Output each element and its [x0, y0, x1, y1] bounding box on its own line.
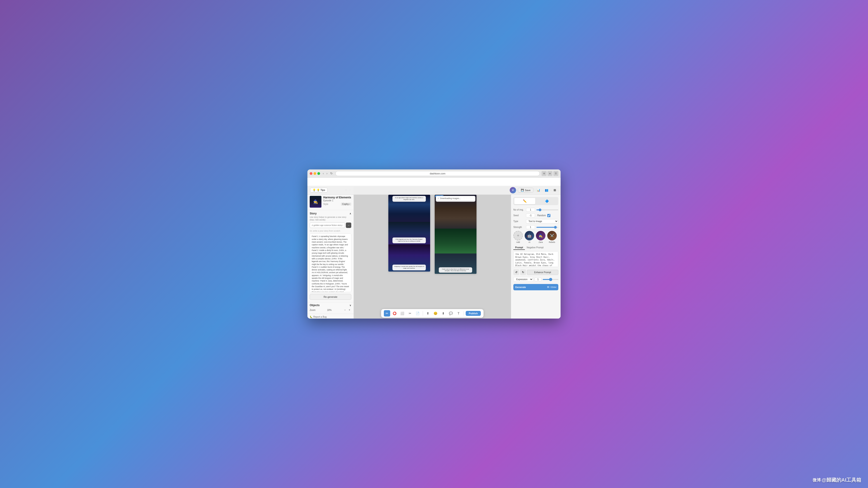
style-label: Style: [323, 203, 328, 205]
zara-character-avatar: 🧙‍♀️: [536, 231, 546, 240]
left-sidebar: ← Back ⊟ ⋯ 🧙 Harmony of Elements Episode…: [307, 187, 354, 319]
type-label: Type: [513, 220, 525, 223]
tips-label: 💡 Tips: [317, 189, 325, 192]
circle-tool-button[interactable]: ⭕: [392, 310, 398, 317]
canvas-area[interactable]: Page 1 In an age where magic and machine…: [354, 187, 511, 319]
watermark-text: @歸藏的AI工具箱: [822, 477, 861, 484]
back-nav-button[interactable]: ‹: [322, 171, 324, 175]
no-img-row: No of img. 1: [513, 208, 558, 212]
draw-tool-icon-button[interactable]: ✏️: [514, 198, 535, 204]
right-panel: Generate Edit Live History Settings ✏️ 🔷: [511, 187, 561, 319]
pages-container: Page 1 In an age where magic and machine…: [354, 187, 511, 278]
panel-1-1-speech: In an age where magic and machine coexis…: [395, 197, 423, 200]
enhance-prompt-button[interactable]: Enhance Prompt: [527, 270, 558, 275]
regenerate-button[interactable]: Re-generate: [310, 294, 351, 300]
share-icon-button[interactable]: 👥: [544, 187, 550, 193]
prompt-tab[interactable]: Prompt: [513, 246, 525, 250]
minimize-dot[interactable]: [313, 172, 316, 175]
random-label: Random: [537, 214, 546, 217]
emoji-button[interactable]: 😊: [432, 310, 439, 317]
story-hint: Use story helper to generate a new story…: [307, 216, 353, 223]
report-bug-footer[interactable]: 🐛 Report a Bug: [307, 314, 353, 319]
erase-tool-icon-button[interactable]: 🔷: [537, 198, 558, 204]
type-select[interactable]: Text to Image: [526, 219, 558, 223]
user-avatar[interactable]: U: [510, 187, 516, 193]
stats-icon-button[interactable]: 📊: [535, 187, 541, 193]
zoom-out-button[interactable]: −: [343, 308, 347, 312]
select-tool-button[interactable]: ✏: [384, 310, 390, 317]
comic-page-1: In an age where magic and machine coexis…: [388, 195, 430, 271]
rect-tool-button[interactable]: ⬜: [399, 310, 405, 317]
browser-action-buttons: ⚙ ⊕ ☰: [541, 171, 558, 176]
panel-1-3-speech: Intriguing. A mortal who speaks the old …: [394, 266, 424, 269]
prompt-redo-button[interactable]: ↻: [520, 269, 526, 275]
zoom-in-button[interactable]: +: [348, 308, 351, 312]
prompt-undo-button[interactable]: ↺: [513, 269, 519, 275]
zoom-row: Zoom 18% − +: [310, 308, 351, 312]
story-prompt-input[interactable]: [310, 223, 345, 228]
save-icon: 💾: [521, 189, 524, 192]
window-controls: [310, 172, 320, 175]
seed-value: -1: [526, 214, 535, 217]
strength-label: Strength: [513, 226, 525, 228]
right-panel-body: ✏️ 🔷 No of img. 1 Seed -1: [511, 195, 561, 319]
ai-character-item[interactable]: 🤖 AI: [525, 231, 534, 243]
seed-label: Seed: [513, 214, 525, 217]
loading-spinner-icon: ○: [438, 197, 439, 199]
main-content: ← Back ⊟ ⋯ 🧙 Harmony of Elements Episode…: [307, 187, 561, 319]
seed-row: Seed -1 Random: [513, 214, 558, 217]
no-img-value: 1: [526, 208, 535, 212]
rebels-character-item[interactable]: ⚔️ Rebels: [547, 231, 557, 243]
url-bar[interactable]: dashtoon.com: [336, 171, 540, 176]
strength-value: 1: [526, 225, 535, 229]
layout-icon-button[interactable]: ⊞: [552, 187, 558, 193]
generate-button[interactable]: Generate ⌘ + Enter: [513, 284, 558, 290]
forward-nav-button[interactable]: ›: [326, 171, 328, 175]
upload-button[interactable]: ⬆: [425, 310, 431, 317]
style-value[interactable]: Cophy ›: [341, 203, 351, 205]
zara-character-name: Zara: [539, 241, 543, 243]
reload-button[interactable]: ↻: [329, 171, 334, 175]
prompt-actions: ↺ ↻ Enhance Prompt: [513, 269, 558, 275]
zara-character-item[interactable]: 🧙‍♀️ Zara: [536, 231, 546, 243]
zoom-value: 18%: [327, 309, 332, 311]
characters-section: + Add 🤖 AI: [513, 231, 558, 243]
negative-prompt-tab[interactable]: Negative Prompt: [525, 246, 545, 250]
comic-panel-2-2[interactable]: [435, 229, 476, 254]
story-content: Panel 1: A sprawling futuristic cityscap…: [312, 235, 349, 292]
story-text-area[interactable]: Panel 1: A sprawling futuristic cityscap…: [310, 233, 351, 292]
tool-icons-row: ✏️ 🔷: [513, 197, 558, 205]
ai-character-name: AI: [528, 241, 530, 243]
browser-btn-1[interactable]: ⚙: [541, 171, 547, 176]
prompt-textarea[interactable]: the AI Hologram, Old Male, Dark Brown Ey…: [513, 251, 558, 267]
random-checkbox[interactable]: [547, 214, 550, 217]
close-dot[interactable]: [310, 172, 312, 175]
tips-button[interactable]: 💡 💡 Tips: [310, 188, 328, 193]
browser-btn-3[interactable]: ☰: [553, 171, 558, 176]
objects-toggle-button[interactable]: ∨: [349, 304, 351, 307]
comic-panel-2-3[interactable]: It took a war to show that in our differ…: [435, 254, 476, 274]
cut-tool-button[interactable]: ✂: [407, 310, 413, 317]
expression-select[interactable]: Expression: [513, 277, 533, 282]
browser-btn-2[interactable]: ⊕: [548, 171, 553, 176]
comic-panel-1-1[interactable]: In an age where magic and machine coexis…: [388, 195, 430, 222]
add-character-button[interactable]: +: [513, 231, 523, 240]
objects-section: Objects ∨ Zoom 18% − +: [307, 302, 353, 314]
comic-panel-1-2[interactable]: If the legends are true, this 'Harmony E…: [388, 222, 430, 245]
page-tool-button[interactable]: 📄: [414, 310, 421, 317]
comic-panel-1-3[interactable]: Intriguing. A mortal who speaks the old …: [388, 245, 430, 271]
fullscreen-dot[interactable]: [317, 172, 320, 175]
story-toggle-button[interactable]: ∧: [349, 212, 351, 215]
rebels-character-name: Rebels: [549, 241, 555, 243]
save-button[interactable]: 💾 Save: [518, 188, 533, 193]
story-prompt-go-button[interactable]: →: [346, 223, 351, 228]
add-character-item[interactable]: + Add: [513, 231, 523, 243]
watermark: 微博 @歸藏的AI工具箱: [813, 477, 861, 484]
text-button[interactable]: T: [456, 310, 462, 317]
chevron-icon: ›: [349, 203, 350, 205]
publish-button[interactable]: Publish: [466, 311, 481, 316]
bubble-button[interactable]: 💬: [448, 310, 454, 317]
no-img-label: No of img.: [513, 208, 525, 211]
story-section-header: Story ∧: [307, 210, 353, 216]
download-button[interactable]: ⬇: [440, 310, 446, 317]
